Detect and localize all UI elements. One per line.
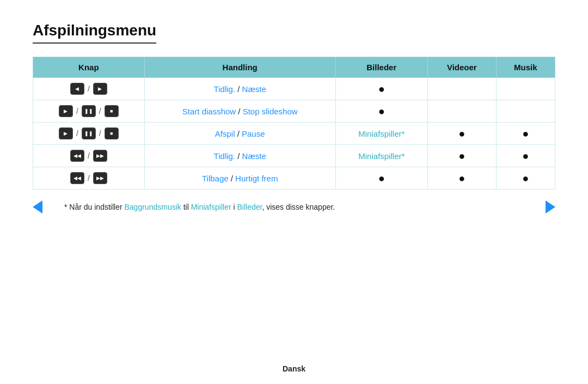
miniafspiller-2: Miniafspiller*	[358, 151, 405, 161]
row1-billeder: ●	[335, 78, 427, 100]
table-row: ◀ / ▶ Tidlig. / Næste ●	[33, 78, 555, 100]
action-stop-slideshow: Stop slideshow	[243, 107, 298, 116]
action-tilbage: Tilbage	[202, 174, 229, 183]
play-icon: ▶	[59, 105, 73, 117]
row3-buttons: ▶ / ❚❚ / ■	[33, 123, 145, 145]
rewind-icon: ◀◀	[70, 172, 84, 184]
row3-musik: ●	[496, 123, 555, 145]
row4-action: Tidlig. / Næste	[144, 145, 335, 167]
row1-action: Tidlig. / Næste	[144, 78, 335, 100]
action-tidlig-2: Tidlig.	[214, 151, 235, 161]
action-start-diasshow: Start diasshow	[182, 107, 236, 116]
row1-musik	[496, 78, 555, 100]
action-naeste-1: Næste	[242, 84, 266, 94]
play-icon-2: ▶	[59, 127, 73, 139]
col-header-handling: Handling	[144, 57, 335, 78]
row5-musik: ●	[496, 167, 555, 190]
table-row: ◀◀ / ▶▶ Tidlig. / Næste Miniafspiller* ●…	[33, 145, 555, 167]
table-row: ◀◀ / ▶▶ Tilbage / Hurtigt frem ● ● ●	[33, 167, 555, 190]
action-hurtigt-frem: Hurtigt frem	[235, 174, 278, 183]
row3-action: Afspil / Pause	[144, 123, 335, 145]
row5-action: Tilbage / Hurtigt frem	[144, 167, 335, 190]
row3-billeder: Miniafspiller*	[335, 123, 427, 145]
col-header-billeder: Billeder	[335, 57, 427, 78]
col-header-knap: Knap	[33, 57, 145, 78]
pause-icon-2: ❚❚	[82, 127, 96, 139]
link-baggrundsmusik: Baggrundsmusik	[125, 203, 181, 211]
action-tidlig-1: Tidlig.	[214, 84, 235, 94]
pause-icon: ❚❚	[82, 105, 96, 117]
nav-next-arrow[interactable]	[546, 200, 555, 214]
row1-videoer	[427, 78, 496, 100]
row1-buttons: ◀ / ▶	[33, 78, 145, 100]
stop-icon-2: ■	[105, 127, 119, 139]
action-pause: Pause	[242, 129, 265, 138]
page-title: Afspilningsmenu	[33, 22, 156, 44]
row2-billeder: ●	[335, 100, 427, 123]
nav-prev-arrow[interactable]	[33, 200, 42, 214]
col-header-musik: Musik	[496, 57, 555, 78]
prev-icon: ◀	[70, 83, 84, 95]
table-row: ▶ / ❚❚ / ■ Start diasshow / Stop slidesh…	[33, 100, 555, 123]
next-icon: ▶	[93, 83, 107, 95]
row4-buttons: ◀◀ / ▶▶	[33, 145, 145, 167]
row4-videoer: ●	[427, 145, 496, 167]
row5-billeder: ●	[335, 167, 427, 190]
row4-billeder: Miniafspiller*	[335, 145, 427, 167]
action-naeste-2: Næste	[242, 151, 266, 161]
col-header-videoer: Videoer	[427, 57, 496, 78]
row5-buttons: ◀◀ / ▶▶	[33, 167, 145, 190]
row2-videoer	[427, 100, 496, 123]
row3-videoer: ●	[427, 123, 496, 145]
prev-track-icon: ◀◀	[70, 150, 84, 162]
footnote-text: * Når du indstiller Baggrundsmusik til M…	[42, 203, 546, 211]
row2-buttons: ▶ / ❚❚ / ■	[33, 100, 145, 123]
link-billeder: Billeder	[237, 203, 262, 211]
link-miniafspiller: Miniafspiller	[191, 203, 231, 211]
row2-action: Start diasshow / Stop slideshow	[144, 100, 335, 123]
footnote-area: * Når du indstiller Baggrundsmusik til M…	[33, 200, 555, 214]
miniafspiller-1: Miniafspiller*	[358, 129, 405, 138]
ffwd-icon: ▶▶	[93, 172, 107, 184]
playback-table: Knap Handling Billeder Videoer Musik ◀ /…	[33, 57, 555, 190]
next-track-icon: ▶▶	[93, 150, 107, 162]
row5-videoer: ●	[427, 167, 496, 190]
row2-musik	[496, 100, 555, 123]
stop-icon: ■	[105, 105, 119, 117]
footer-language: Dansk	[283, 364, 305, 373]
row4-musik: ●	[496, 145, 555, 167]
action-afspil: Afspil	[215, 129, 235, 138]
table-row: ▶ / ❚❚ / ■ Afspil / Pause Miniafspiller*…	[33, 123, 555, 145]
